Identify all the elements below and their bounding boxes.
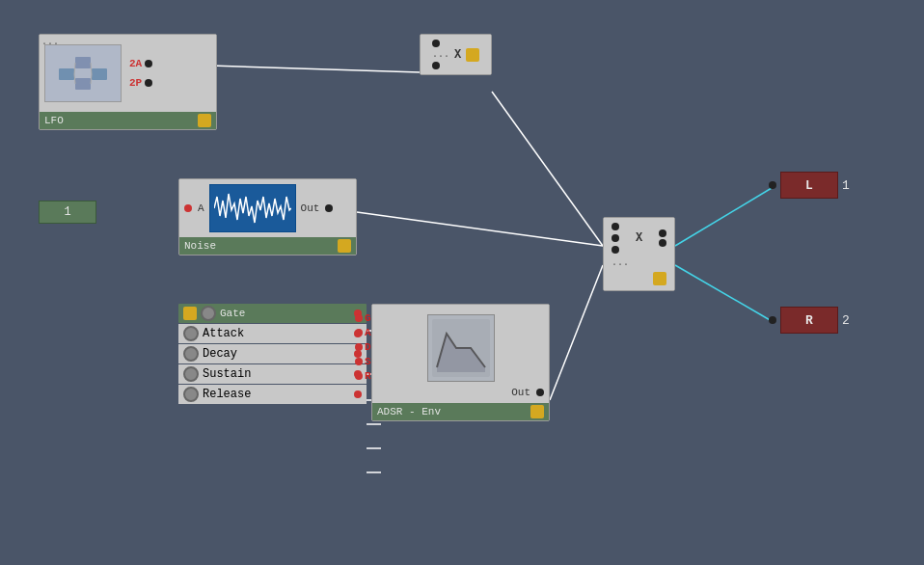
- svg-line-1: [357, 212, 603, 246]
- svg-line-3: [550, 265, 603, 400]
- mult-top-body: ... X: [421, 35, 491, 74]
- adsr-g-port[interactable]: G: [355, 312, 371, 324]
- param-release: Release: [178, 385, 367, 404]
- adsr-a-dot[interactable]: [355, 329, 363, 336]
- adsr-body: G A D S R: [372, 305, 549, 403]
- adsr-g-dot[interactable]: [355, 314, 363, 322]
- svg-rect-15: [92, 68, 107, 80]
- gate-row[interactable]: Gate: [178, 304, 367, 323]
- noise-input-value: 1: [39, 201, 96, 224]
- param-sustain: Sustain: [178, 364, 367, 384]
- svg-rect-12: [59, 68, 74, 80]
- mult-top-in2[interactable]: [432, 62, 440, 69]
- adsr-r-dot[interactable]: [355, 372, 363, 380]
- svg-rect-13: [75, 57, 91, 68]
- release-knob[interactable]: [183, 387, 199, 402]
- mult-center-dots: ...: [611, 257, 629, 268]
- mult-center-in3[interactable]: [611, 246, 619, 254]
- gate-knob[interactable]: [201, 306, 216, 321]
- attack-label: Attack: [199, 327, 354, 340]
- mult-center-yellow[interactable]: [653, 272, 666, 285]
- noise-body: A Out: [179, 179, 356, 237]
- adsr-d-port[interactable]: D: [355, 341, 371, 353]
- output-l-box: L: [780, 172, 838, 199]
- mult-node-top: ... X: [420, 34, 492, 75]
- noise-node: A Out Noise: [178, 178, 357, 256]
- gate-area: Gate Attack Decay Sustain Release: [178, 304, 367, 404]
- svg-line-0: [210, 66, 420, 72]
- mult-top-yellow[interactable]: [466, 48, 479, 62]
- noise-in-dot[interactable]: [184, 204, 192, 212]
- adsr-s-dot[interactable]: [355, 358, 363, 365]
- noise-waveform: [209, 184, 296, 232]
- output-l-in-dot[interactable]: [769, 181, 776, 189]
- param-decay: Decay: [178, 344, 367, 363]
- adsr-a-port[interactable]: A: [355, 327, 371, 338]
- sustain-knob[interactable]: [183, 366, 199, 382]
- svg-line-5: [675, 265, 772, 321]
- mult-center-out2[interactable]: [659, 239, 666, 247]
- lfo-port-2a[interactable]: 2A: [129, 58, 152, 69]
- adsr-out-port[interactable]: Out: [377, 387, 544, 398]
- svg-line-16: [74, 63, 75, 74]
- svg-line-19: [91, 74, 92, 84]
- svg-rect-14: [75, 78, 91, 90]
- release-dot[interactable]: [354, 390, 362, 398]
- mult-center-body: X ...: [604, 218, 674, 290]
- svg-line-17: [74, 74, 75, 84]
- mult-center-out1[interactable]: [659, 229, 666, 237]
- adsr-node: G A D S R: [371, 304, 550, 421]
- gate-yellow-dot[interactable]: [183, 307, 197, 320]
- adsr-s-port[interactable]: S: [355, 356, 371, 367]
- adsr-out-dot[interactable]: [536, 389, 544, 396]
- adsr-yellow-dot[interactable]: [530, 405, 544, 418]
- mult-top-dots: ...: [432, 49, 449, 60]
- adsr-d-dot[interactable]: [355, 343, 363, 351]
- attack-knob[interactable]: [183, 326, 199, 341]
- sustain-label: Sustain: [199, 367, 354, 381]
- param-attack: Attack: [178, 324, 367, 343]
- noise-out-dot[interactable]: [325, 204, 333, 212]
- output-l-node: L 1: [769, 172, 850, 199]
- lfo-2a-dot[interactable]: [145, 60, 152, 67]
- output-r-box: R: [780, 307, 838, 334]
- adsr-envelope: [427, 314, 495, 382]
- mult-top-in1[interactable]: [432, 40, 440, 47]
- lfo-footer: LFO: [40, 112, 216, 129]
- lfo-node: ... 2A 2P LFO: [39, 34, 217, 130]
- lfo-icon: [44, 44, 122, 102]
- output-r-node: R 2: [769, 307, 850, 334]
- lfo-port-2p[interactable]: 2P: [129, 77, 152, 89]
- adsr-footer: ADSR - Env: [372, 403, 549, 420]
- output-r-in-dot[interactable]: [769, 316, 776, 324]
- lfo-dots: ...: [41, 37, 59, 47]
- decay-label: Decay: [199, 347, 354, 361]
- adsr-r-port[interactable]: R: [355, 370, 371, 382]
- param-rows: Attack Decay Sustain Release: [178, 324, 367, 404]
- release-label: Release: [199, 388, 354, 401]
- svg-line-4: [675, 188, 772, 246]
- lfo-yellow-dot[interactable]: [198, 114, 211, 127]
- svg-line-2: [492, 92, 603, 246]
- decay-knob[interactable]: [183, 346, 199, 362]
- mult-center-in1[interactable]: [611, 223, 619, 230]
- noise-yellow-dot[interactable]: [338, 239, 351, 253]
- noise-footer: Noise: [179, 237, 356, 255]
- mult-node-center: X ...: [603, 217, 675, 291]
- lfo-2p-dot[interactable]: [145, 79, 152, 87]
- lfo-ports: 2A 2P: [129, 58, 152, 89]
- svg-line-18: [91, 63, 92, 74]
- noise-input-box: 1: [39, 201, 96, 224]
- mult-center-in2[interactable]: [611, 234, 619, 242]
